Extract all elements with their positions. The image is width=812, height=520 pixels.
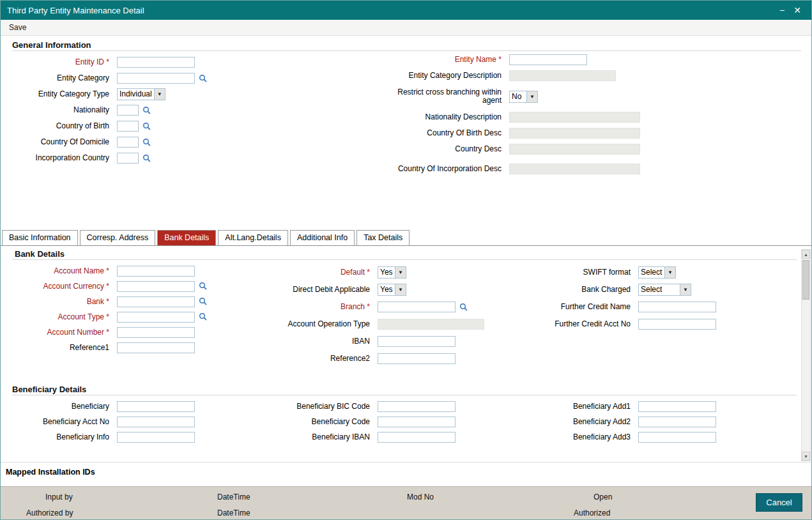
cancel-button[interactable]: Cancel — [756, 493, 802, 512]
field-further-credit-acct-no: Further Credit Acct No — [517, 316, 798, 333]
general-left-column: Entity ID * Entity Category Entity Categ… — [1, 54, 237, 166]
restrict-cross-branching-select[interactable]: No ▼ — [509, 91, 538, 103]
further-credit-acct-no-input[interactable] — [638, 319, 716, 330]
field-account-operation-type: Account Operation Type — [256, 316, 525, 333]
close-icon[interactable]: ✕ — [790, 4, 805, 17]
beneficiary-add2-input[interactable] — [638, 417, 716, 427]
field-beneficiary-acct-no: Beneficiary Acct No — [1, 414, 237, 429]
authorized-by-label: Authorized by — [26, 509, 73, 517]
scroll-down-icon[interactable]: ▼ — [802, 452, 810, 461]
toolbar: Save — [1, 20, 811, 36]
chevron-down-icon[interactable]: ▼ — [154, 89, 165, 100]
field-beneficiary: Beneficiary — [1, 399, 237, 414]
datetime-label-2: DateTime — [217, 509, 250, 517]
account-operation-type-label: Account Operation Type — [256, 320, 370, 328]
entity-category-description-input — [509, 70, 616, 81]
beneficiary-info-input[interactable] — [117, 432, 195, 443]
entity-category-type-label: Entity Category Type — [1, 90, 109, 98]
tab-basic-information[interactable]: Basic Information — [2, 230, 78, 245]
direct-debit-applicable-select[interactable]: Yes ▼ — [378, 284, 406, 296]
beneficiary-acct-no-input[interactable] — [117, 417, 195, 427]
chevron-down-icon[interactable]: ▼ — [680, 284, 691, 295]
country-of-domicile-lookup-icon[interactable] — [142, 138, 151, 147]
branch-input[interactable] — [378, 302, 456, 312]
window-title: Third Party Entity Maintenance Detail — [7, 6, 774, 15]
chevron-down-icon[interactable]: ▼ — [395, 267, 406, 278]
beneficiary-input[interactable] — [117, 401, 195, 412]
field-bank-charged: Bank Charged Select ▼ — [517, 281, 798, 298]
entity-category-input[interactable] — [117, 73, 195, 84]
field-incorporation-country: Incorporation Country — [1, 150, 237, 166]
account-type-lookup-icon[interactable] — [199, 312, 208, 321]
iban-input[interactable] — [378, 336, 456, 347]
default-select[interactable]: Yes ▼ — [378, 266, 406, 279]
vertical-scrollbar[interactable]: ▲ ▼ — [801, 249, 811, 461]
reference1-input[interactable] — [117, 342, 195, 353]
beneficiary-add1-input[interactable] — [638, 401, 716, 412]
account-name-input[interactable] — [117, 266, 195, 277]
general-information-header: General Information — [12, 40, 91, 50]
chevron-down-icon[interactable]: ▼ — [395, 284, 406, 295]
entity-category-description-label: Entity Category Description — [394, 72, 502, 80]
minimize-icon[interactable]: − — [774, 4, 790, 17]
bank-lookup-icon[interactable] — [199, 297, 208, 306]
reference2-input[interactable] — [378, 353, 456, 364]
entity-name-input[interactable] — [509, 54, 587, 65]
tab-tax-details[interactable]: Tax Details — [356, 230, 410, 245]
country-desc-label: Country Desc — [394, 145, 502, 153]
tab-additional-info[interactable]: Additional Info — [290, 230, 355, 245]
field-reference1: Reference1 — [1, 340, 237, 355]
incorporation-country-input[interactable] — [117, 153, 139, 164]
reference2-label: Reference2 — [256, 355, 370, 363]
branch-label: Branch * — [256, 303, 370, 311]
beneficiary-add3-input[interactable] — [638, 432, 716, 443]
beneficiary-iban-input[interactable] — [378, 432, 456, 443]
account-currency-input[interactable] — [117, 281, 195, 292]
beneficiary-code-label: Beneficiary Code — [256, 418, 370, 426]
country-of-birth-lookup-icon[interactable] — [142, 122, 151, 131]
account-name-label: Account Name * — [1, 267, 109, 275]
country-of-birth-input[interactable] — [117, 121, 139, 132]
tab-corresp-address[interactable]: Corresp. Address — [80, 230, 156, 245]
chevron-down-icon[interactable]: ▼ — [664, 267, 675, 278]
tab-bank-details[interactable]: Bank Details — [157, 230, 216, 245]
bank-details-header: Bank Details — [15, 249, 65, 259]
beneficiary-code-input[interactable] — [378, 417, 456, 427]
field-account-currency: Account Currency * — [1, 279, 237, 294]
default-value: Yes — [378, 267, 395, 278]
input-by-label: Input by — [45, 493, 73, 501]
nationality-lookup-icon[interactable] — [142, 106, 151, 115]
account-number-input[interactable] — [117, 327, 195, 338]
country-of-domicile-input[interactable] — [117, 137, 139, 148]
bank-input[interactable] — [117, 296, 195, 307]
tab-alt-lang-details[interactable]: Alt.Lang.Details — [218, 230, 288, 245]
beneficiary-right-column: Beneficiary Add1 Beneficiary Add2 Benefi… — [517, 399, 798, 445]
country-of-birth-desc-label: Country Of Birth Desc — [394, 129, 502, 137]
bank-charged-select[interactable]: Select ▼ — [638, 284, 691, 296]
account-type-input[interactable] — [117, 312, 195, 323]
field-beneficiary-code: Beneficiary Code — [256, 414, 525, 429]
authorized-label: Authorized — [574, 509, 610, 517]
field-entity-id: Entity ID * — [1, 54, 237, 70]
beneficiary-bic-code-input[interactable] — [378, 401, 456, 412]
branch-lookup-icon[interactable] — [459, 303, 468, 312]
beneficiary-info-label: Beneficiary Info — [1, 433, 109, 441]
entity-category-lookup-icon[interactable] — [199, 74, 208, 83]
nationality-description-input — [509, 112, 640, 123]
chevron-down-icon[interactable]: ▼ — [526, 91, 537, 102]
field-beneficiary-add3: Beneficiary Add3 — [517, 429, 798, 445]
incorporation-country-lookup-icon[interactable] — [142, 154, 151, 163]
entity-category-type-value: Individual — [118, 89, 154, 100]
scrollbar-thumb[interactable] — [802, 260, 809, 300]
save-button[interactable]: Save — [9, 23, 26, 32]
field-restrict-cross-branching: Restrict cross branching within agent No… — [394, 84, 803, 109]
account-currency-lookup-icon[interactable] — [199, 282, 208, 291]
swift-format-select[interactable]: Select ▼ — [638, 266, 676, 279]
further-credit-name-input[interactable] — [638, 302, 716, 312]
scroll-up-icon[interactable]: ▲ — [802, 250, 810, 259]
entity-id-input[interactable] — [117, 57, 195, 68]
nationality-input[interactable] — [117, 105, 139, 116]
field-entity-category-description: Entity Category Description — [394, 68, 803, 84]
field-entity-category-type: Entity Category Type Individual ▼ — [1, 86, 237, 102]
entity-category-type-select[interactable]: Individual ▼ — [117, 88, 165, 100]
